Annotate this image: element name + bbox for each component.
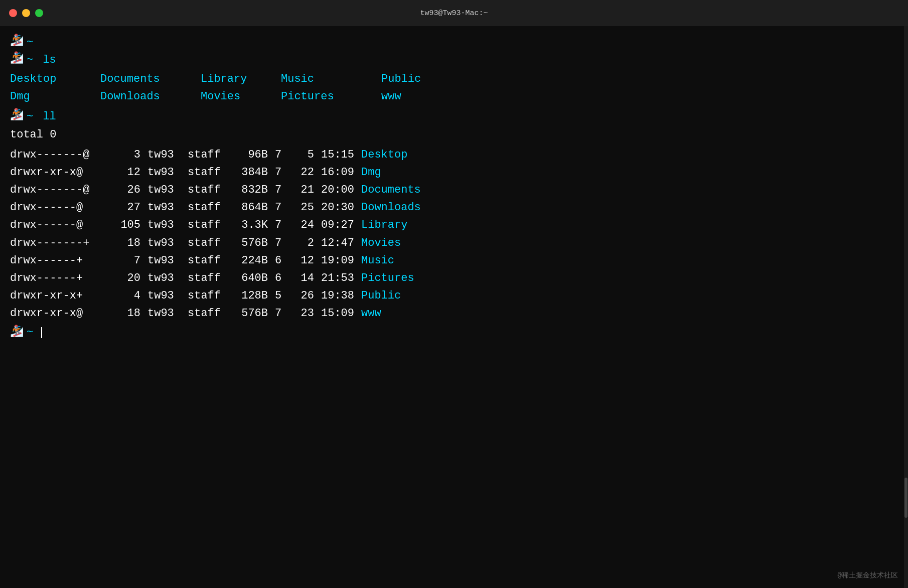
filename: Movies <box>361 234 401 252</box>
ls-item-dmg: Dmg <box>10 88 100 105</box>
permissions: drwx------+ <box>10 252 110 269</box>
scrollbar-thumb[interactable] <box>904 478 907 518</box>
maximize-button[interactable] <box>35 9 43 17</box>
month: 5 <box>275 287 292 305</box>
filename: Library <box>361 216 407 234</box>
window-title: tw93@Tw93-Mac:~ <box>420 9 488 18</box>
table-row: drwx------@ 27 tw93 staff 864B 7 25 20:3… <box>10 199 898 216</box>
size: 3.3K <box>233 216 268 234</box>
filename: Music <box>361 252 394 269</box>
terminal-body: 🏂 ~ 🏂 ~ ls Desktop Documents Library Mus… <box>0 26 908 588</box>
time: 19:38 <box>314 287 354 305</box>
ls-item-movies: Movies <box>201 88 281 105</box>
group: staff <box>188 181 233 199</box>
link-count: 7 <box>110 252 140 269</box>
prompt-line-4: 🏂 ~ <box>10 325 898 340</box>
ls-item-documents: Documents <box>100 70 201 88</box>
group: staff <box>188 252 233 269</box>
month: 6 <box>275 252 292 269</box>
permissions: drwx------+ <box>10 269 110 287</box>
day: 23 <box>292 305 314 322</box>
ls-item-library: Library <box>201 70 281 88</box>
group: staff <box>188 269 233 287</box>
prompt-line-1: 🏂 ~ <box>10 34 898 51</box>
group: staff <box>188 234 233 252</box>
time: 15:15 <box>314 146 354 164</box>
link-count: 4 <box>110 287 140 305</box>
tilde-3: ~ <box>27 108 33 125</box>
tilde-4: ~ <box>27 326 33 339</box>
minimize-button[interactable] <box>22 9 30 17</box>
owner: tw93 <box>147 146 188 164</box>
size: 832B <box>233 181 268 199</box>
owner: tw93 <box>147 287 188 305</box>
month: 7 <box>275 199 292 216</box>
emoji-4: 🏂 <box>10 325 24 340</box>
permissions: drwxr-xr-x+ <box>10 287 110 305</box>
table-row: drwx------@ 105 tw93 staff 3.3K 7 24 09:… <box>10 216 898 234</box>
size: 224B <box>233 252 268 269</box>
day: 24 <box>292 216 314 234</box>
ll-cmd: ll <box>36 108 56 125</box>
owner: tw93 <box>147 234 188 252</box>
size: 864B <box>233 199 268 216</box>
traffic-lights <box>9 9 43 17</box>
month: 7 <box>275 216 292 234</box>
day: 12 <box>292 252 314 269</box>
tilde-1: ~ <box>27 34 33 51</box>
link-count: 20 <box>110 269 140 287</box>
close-button[interactable] <box>9 9 17 17</box>
time: 09:27 <box>314 216 354 234</box>
group: staff <box>188 287 233 305</box>
ls-item-www: www <box>381 88 462 105</box>
link-count: 18 <box>110 234 140 252</box>
month: 7 <box>275 234 292 252</box>
scrollbar[interactable] <box>904 26 908 588</box>
permissions: drwx-------@ <box>10 181 110 199</box>
group: staff <box>188 199 233 216</box>
day: 21 <box>292 181 314 199</box>
tilde-2: ~ <box>27 52 33 68</box>
owner: tw93 <box>147 181 188 199</box>
emoji-3: 🏂 <box>10 108 24 123</box>
table-row: drwxr-xr-x+ 4 tw93 staff 128B 5 26 19:38… <box>10 287 898 305</box>
time: 16:09 <box>314 164 354 181</box>
table-row: drwx-------@ 3 tw93 staff 96B 7 5 15:15 … <box>10 146 898 164</box>
month: 7 <box>275 164 292 181</box>
title-bar: tw93@Tw93-Mac:~ <box>0 0 908 26</box>
time: 12:47 <box>314 234 354 252</box>
table-row: drwx-------@ 26 tw93 staff 832B 7 21 20:… <box>10 181 898 199</box>
size: 384B <box>233 164 268 181</box>
ls-item-music: Music <box>281 70 381 88</box>
permissions: drwx-------@ <box>10 146 110 164</box>
size: 576B <box>233 234 268 252</box>
owner: tw93 <box>147 252 188 269</box>
prompt-line-2: 🏂 ~ ls <box>10 52 898 68</box>
filename: Documents <box>361 181 421 199</box>
filename: Public <box>361 287 401 305</box>
ls-item-public: Public <box>381 70 462 88</box>
ll-output: drwx-------@ 3 tw93 staff 96B 7 5 15:15 … <box>10 146 898 323</box>
watermark: @稀土掘金技术社区 <box>838 571 898 580</box>
month: 7 <box>275 181 292 199</box>
month: 7 <box>275 146 292 164</box>
terminal-cursor <box>41 327 42 338</box>
month: 7 <box>275 305 292 322</box>
owner: tw93 <box>147 164 188 181</box>
day: 26 <box>292 287 314 305</box>
day: 22 <box>292 164 314 181</box>
ll-total: total 0 <box>10 126 898 143</box>
day: 5 <box>292 146 314 164</box>
emoji-1: 🏂 <box>10 34 24 49</box>
ls-item-desktop: Desktop <box>10 70 100 88</box>
prompt-line-3: 🏂 ~ ll <box>10 108 898 125</box>
group: staff <box>188 164 233 181</box>
owner: tw93 <box>147 216 188 234</box>
size: 640B <box>233 269 268 287</box>
day: 25 <box>292 199 314 216</box>
table-row: drwxr-xr-x@ 12 tw93 staff 384B 7 22 16:0… <box>10 164 898 181</box>
link-count: 26 <box>110 181 140 199</box>
terminal-window: tw93@Tw93-Mac:~ 🏂 ~ 🏂 ~ ls Desktop Docum… <box>0 0 908 588</box>
filename: Dmg <box>361 164 381 181</box>
time: 20:00 <box>314 181 354 199</box>
